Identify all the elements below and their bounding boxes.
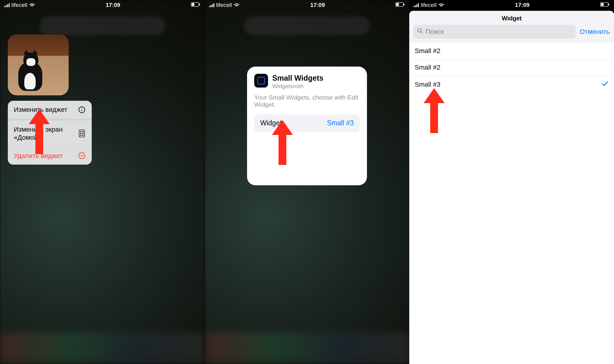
svg-point-23 <box>418 29 422 32</box>
svg-rect-17 <box>404 4 405 5</box>
wifi-icon <box>29 2 35 8</box>
list-item[interactable]: Small #2 <box>409 59 614 76</box>
svg-point-12 <box>82 135 83 136</box>
menu-remove-widget[interactable]: Удалить виджет <box>8 147 92 165</box>
signal-icon <box>413 3 419 7</box>
menu-label: Изменить экран «Домой» <box>14 125 78 142</box>
svg-point-5 <box>82 108 82 109</box>
search-pill-blur <box>39 16 165 35</box>
screen-3: lifecell 17:09 Widget Поиск Отменить <box>409 0 614 364</box>
menu-edit-home[interactable]: Изменить экран «Домой» <box>8 121 92 147</box>
minus-circle-icon <box>78 152 86 159</box>
sheet-list: Small #2 Small #2 Small #3 <box>409 43 614 93</box>
sheet-header: Widget Поиск Отменить <box>409 11 614 43</box>
checkmark-icon <box>601 80 609 89</box>
search-icon <box>417 28 423 36</box>
svg-point-8 <box>82 131 83 132</box>
svg-rect-6 <box>79 130 85 137</box>
search-placeholder: Поиск <box>425 28 444 36</box>
row-value: Small #3 <box>327 119 354 127</box>
app-icon <box>254 74 268 88</box>
screen-2: lifecell 17:09 Small Widgets Widgetsmith… <box>205 0 410 364</box>
search-pill-blur <box>244 16 370 35</box>
clock: 17:09 <box>310 2 325 8</box>
battery-icon <box>395 2 405 8</box>
apps-grid-icon <box>78 130 86 137</box>
list-item[interactable]: Small #3 <box>409 76 614 93</box>
svg-point-11 <box>80 135 81 136</box>
signal-icon <box>4 3 10 7</box>
menu-label: Удалить виджет <box>14 152 78 160</box>
svg-point-7 <box>80 131 81 132</box>
status-bar: lifecell 17:09 <box>0 0 205 10</box>
carrier: lifecell <box>216 2 232 8</box>
svg-line-24 <box>421 32 422 33</box>
status-bar: lifecell 17:09 <box>409 0 614 10</box>
clock: 17:09 <box>515 2 530 8</box>
carrier: lifecell <box>11 2 27 8</box>
info-icon <box>78 106 86 113</box>
card-description: Your Small Widgets, choose with Edit Wid… <box>254 94 360 108</box>
cancel-button[interactable]: Отменить <box>580 28 610 36</box>
search-input[interactable]: Поиск <box>413 25 576 39</box>
item-label: Small #2 <box>415 47 440 55</box>
wifi-icon <box>234 2 240 8</box>
battery-icon <box>600 2 610 8</box>
item-label: Small #2 <box>415 64 440 71</box>
carrier: lifecell <box>421 2 437 8</box>
svg-rect-18 <box>396 3 399 6</box>
sheet-title: Widget <box>413 14 610 25</box>
card-app-name: Widgetsmith <box>272 83 323 90</box>
svg-rect-2 <box>192 3 194 6</box>
svg-point-9 <box>80 133 81 134</box>
dock-blur <box>0 333 205 364</box>
widget-edit-card: Small Widgets Widgetsmith Your Small Wid… <box>247 67 367 185</box>
svg-rect-21 <box>608 4 609 5</box>
card-title: Small Widgets <box>272 74 323 82</box>
widget-preview[interactable] <box>8 34 69 95</box>
list-item[interactable]: Small #2 <box>409 43 614 59</box>
battery-icon <box>191 2 201 8</box>
clock: 17:09 <box>106 2 120 8</box>
signal-icon <box>209 3 214 7</box>
menu-edit-widget[interactable]: Изменить виджет <box>8 101 92 121</box>
item-label: Small #3 <box>415 81 440 88</box>
svg-point-10 <box>82 133 83 134</box>
context-menu: Изменить виджет Изменить экран «Домой» У… <box>8 101 92 165</box>
row-label: Widget <box>260 119 282 127</box>
screen-1: lifecell 17:09 Изменить виджет <box>0 0 205 364</box>
status-bar: lifecell 17:09 <box>205 0 410 10</box>
widget-select-row[interactable]: Widget Small #3 <box>254 114 360 132</box>
selection-sheet: Widget Поиск Отменить Small #2 Small #2 … <box>409 11 614 364</box>
svg-rect-1 <box>199 4 200 5</box>
menu-label: Изменить виджет <box>14 106 78 114</box>
wifi-icon <box>438 2 444 8</box>
dock-blur <box>205 333 410 364</box>
svg-rect-22 <box>601 3 604 6</box>
